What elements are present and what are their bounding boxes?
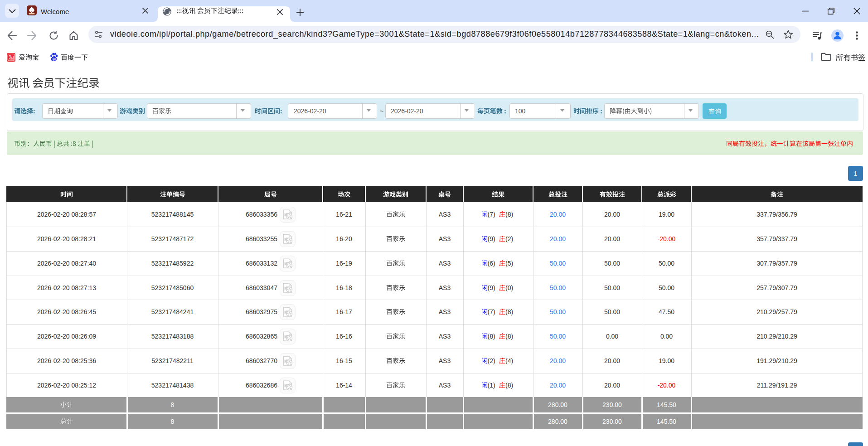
svg-text:du: du [53, 57, 56, 60]
